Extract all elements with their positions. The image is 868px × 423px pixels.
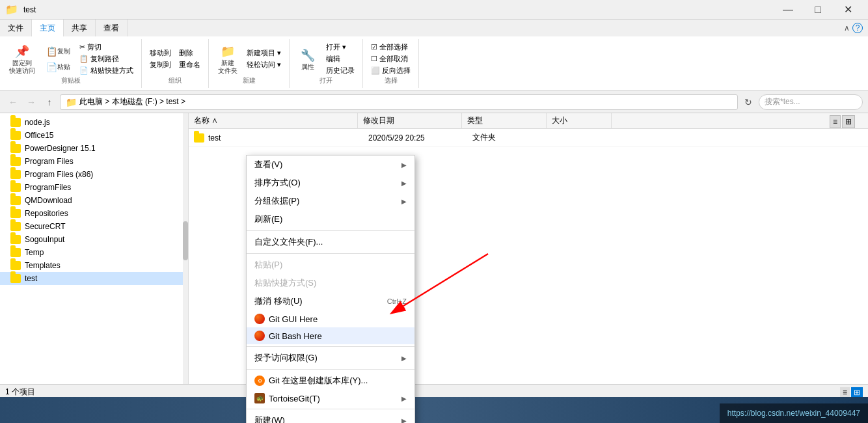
- ctx-label: 查看(V): [254, 159, 282, 171]
- new-item-button[interactable]: 新建项目 ▾: [244, 48, 284, 59]
- new-items: 📁 新建文件夹 新建项目 ▾ 轻松访问 ▾: [214, 42, 284, 76]
- sidebar-item-label: test: [25, 274, 37, 283]
- copy-button[interactable]: 📋 复制: [42, 44, 74, 59]
- sidebar-item-label: Temp: [25, 248, 44, 257]
- tab-home[interactable]: 主页: [32, 20, 64, 36]
- col-header-type[interactable]: 类型: [462, 113, 547, 128]
- sidebar-item-programfiles2[interactable]: ProgramFiles: [0, 181, 188, 194]
- delete-button[interactable]: 删除: [176, 48, 203, 59]
- properties-button[interactable]: 🔧 属性: [295, 46, 321, 72]
- back-button[interactable]: ←: [5, 94, 21, 110]
- ctx-label: 粘贴快捷方式(S): [254, 277, 316, 289]
- sidebar-item-programfiles[interactable]: Program Files: [0, 155, 188, 168]
- file-list-header: 名称 ∧ 修改日期 类型 大小: [189, 113, 868, 129]
- tab-file[interactable]: 文件: [0, 20, 32, 36]
- col-header-name[interactable]: 名称 ∧: [189, 113, 358, 128]
- file-row-test[interactable]: test 2020/5/29 20:25 文件夹: [189, 129, 868, 147]
- sidebar-item-qmdownload[interactable]: QMDownload: [0, 194, 188, 207]
- sidebar-scroll-thumb[interactable]: [183, 221, 188, 260]
- paste-icon: 📄: [46, 61, 57, 73]
- copy-to-button[interactable]: 复制到: [147, 59, 174, 70]
- ctx-sort[interactable]: 排序方式(O) ▶: [247, 174, 414, 192]
- ribbon-content: 📌 固定到快速访问 📋 复制 📄 粘贴 ✂ 剪切 📋 复制路径: [0, 36, 868, 91]
- paste-button[interactable]: 📄 粘贴: [42, 60, 74, 74]
- window-icon: 📁: [5, 3, 18, 16]
- address-path[interactable]: 📁 此电脑 > 本地磁盘 (F:) > test >: [60, 94, 738, 110]
- copy-path-button[interactable]: 📋 复制路径: [77, 53, 136, 64]
- window-controls: — □ ✕: [773, 0, 863, 20]
- sidebar-item-programfiles-x86[interactable]: Program Files (x86): [0, 168, 188, 181]
- search-box[interactable]: 搜索*tes...: [759, 94, 863, 110]
- main-content: node.js Office15 PowerDesigner 15.1 Prog…: [0, 113, 868, 384]
- sidebar-item-office15[interactable]: Office15: [0, 129, 188, 142]
- ctx-git-create-repo[interactable]: ⚙ Git 在这里创建版本库(Y)...: [247, 372, 414, 390]
- select-all-button[interactable]: ☑ 全部选择: [368, 42, 413, 53]
- refresh-button[interactable]: ↻: [740, 94, 756, 110]
- sidebar-item-nodejs[interactable]: node.js: [0, 116, 188, 129]
- history-button[interactable]: 历史记录: [323, 65, 357, 76]
- deselect-all-button[interactable]: ☐ 全部取消: [368, 53, 413, 64]
- ctx-paste-shortcut[interactable]: 粘贴快捷方式(S): [247, 274, 414, 292]
- sidebar-item-label: SecureCRT: [25, 222, 65, 231]
- ctx-git-gui[interactable]: Git GUI Here: [247, 310, 414, 327]
- status-view-controls: ≡ ⊞: [840, 387, 863, 398]
- ctx-label: 自定义文件夹(F)...: [254, 236, 323, 248]
- sidebar-item-repositories[interactable]: Repositories: [0, 207, 188, 220]
- close-button[interactable]: ✕: [833, 0, 863, 20]
- ctx-new[interactable]: 新建(W) ▶: [247, 411, 414, 423]
- minimize-button[interactable]: —: [773, 0, 803, 20]
- ctx-refresh[interactable]: 刷新(E): [247, 210, 414, 228]
- col-header-date[interactable]: 修改日期: [358, 113, 462, 128]
- organize-items: 移动到 复制到 删除 重命名: [147, 42, 203, 76]
- open-button[interactable]: 打开 ▾: [323, 42, 357, 53]
- maximize-button[interactable]: □: [803, 0, 833, 20]
- tab-view[interactable]: 查看: [96, 20, 128, 36]
- up-button[interactable]: ↑: [42, 94, 57, 110]
- list-view-button[interactable]: ≡: [830, 115, 841, 128]
- ribbon-group-organize: 移动到 复制到 删除 重命名 组织: [142, 39, 209, 88]
- ctx-paste[interactable]: 粘贴(P): [247, 256, 414, 274]
- context-menu: 查看(V) ▶ 排序方式(O) ▶ 分组依据(P) ▶ 刷新(E) 自定义文件夹…: [246, 155, 415, 423]
- paste-shortcut-button[interactable]: 📄 粘贴快捷方式: [77, 65, 136, 76]
- help-btn[interactable]: ?: [852, 23, 863, 33]
- status-list-view[interactable]: ≡: [840, 387, 850, 398]
- submenu-arrow: ▶: [401, 395, 407, 402]
- invert-select-button[interactable]: ⬜ 反向选择: [368, 65, 413, 76]
- ctx-label: 分组依据(P): [254, 195, 299, 207]
- sidebar-item-sogooinput[interactable]: SogouInput: [0, 233, 188, 246]
- easy-access-button[interactable]: 轻松访问 ▾: [244, 59, 284, 70]
- sidebar-item-temp[interactable]: Temp: [0, 246, 188, 259]
- edit-button[interactable]: 编辑: [323, 53, 357, 64]
- ribbon-collapse-btn[interactable]: ∧: [844, 23, 850, 33]
- ctx-grant-access[interactable]: 授予访问权限(G) ▶: [247, 349, 414, 367]
- ctx-undo[interactable]: 撤消 移动(U) Ctrl+Z: [247, 292, 414, 310]
- sidebar-item-label: Templates: [25, 261, 61, 270]
- details-view-button[interactable]: ⊞: [842, 115, 855, 128]
- sidebar-item-templates[interactable]: Templates: [0, 259, 188, 272]
- tab-share[interactable]: 共享: [64, 20, 96, 36]
- title-bar-left: 📁 test: [5, 3, 36, 16]
- cut-button[interactable]: ✂ 剪切: [77, 42, 136, 53]
- folder-icon: [10, 170, 21, 179]
- ctx-git-bash[interactable]: Git Bash Here: [247, 327, 414, 344]
- move-to-button[interactable]: 移动到: [147, 48, 174, 59]
- folder-icon: [10, 235, 21, 244]
- sidebar-item-powerdesigner[interactable]: PowerDesigner 15.1: [0, 142, 188, 155]
- rename-button[interactable]: 重命名: [176, 59, 203, 70]
- ctx-label: 排序方式(O): [254, 177, 301, 189]
- ctx-group[interactable]: 分组依据(P) ▶: [247, 192, 414, 210]
- sidebar-item-test[interactable]: test: [0, 272, 188, 285]
- pin-quick-access-button[interactable]: 📌 固定到快速访问: [5, 42, 39, 76]
- col-header-size[interactable]: 大小: [547, 113, 612, 128]
- new-folder-button[interactable]: 📁 新建文件夹: [214, 42, 241, 76]
- git-bash-icon: [254, 331, 265, 341]
- ctx-tortoise-git[interactable]: 🐢 TortoiseGit(T) ▶: [247, 390, 414, 407]
- forward-button[interactable]: →: [23, 94, 39, 110]
- ctx-label: Git Bash Here: [269, 331, 322, 341]
- tortoise-icon: 🐢: [254, 393, 265, 403]
- ctx-view[interactable]: 查看(V) ▶: [247, 156, 414, 174]
- ctx-customize-folder[interactable]: 自定义文件夹(F)...: [247, 233, 414, 251]
- sidebar-item-label: Program Files (x86): [25, 170, 93, 179]
- status-detail-view[interactable]: ⊞: [851, 387, 863, 398]
- sidebar-item-securecrt[interactable]: SecureCRT: [0, 220, 188, 233]
